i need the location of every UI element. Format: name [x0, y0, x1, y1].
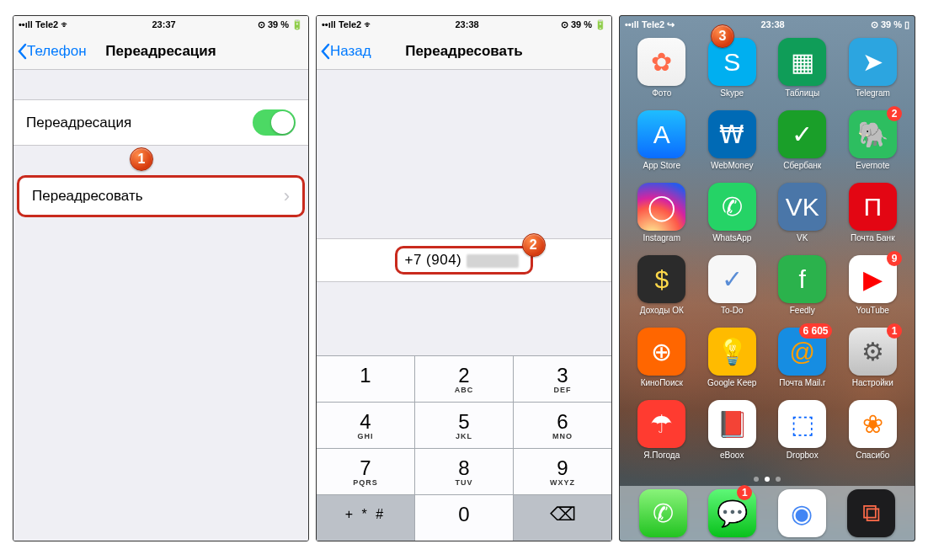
toggle-label: Переадресация [26, 115, 131, 131]
app-label: Спасибо [856, 451, 889, 460]
notification-badge: 2 [887, 106, 902, 121]
app-почта-mail-r[interactable]: @6 605Почта Mail.r [769, 328, 836, 400]
app-label: Настройки [852, 378, 893, 387]
app-icon: ⬚ [778, 400, 826, 448]
app-evernote[interactable]: 🐘2Evernote [840, 110, 907, 183]
alarm-icon: ⊙ [561, 19, 568, 30]
chevron-right-icon: › [284, 187, 290, 205]
app-google-keep[interactable]: 💡Google Keep [699, 328, 766, 400]
phone-number-field[interactable]: +7 (904) 2 [395, 246, 532, 275]
app-icon: П [849, 183, 897, 231]
keypad-key-4[interactable]: 4GHI [317, 403, 415, 448]
app-phone[interactable]: ✆ [639, 489, 687, 537]
carrier: Tele2 [339, 19, 361, 29]
app-настройки[interactable]: ⚙1Настройки [840, 328, 907, 400]
app-label: Skype [720, 88, 744, 98]
alarm-icon: ⊙ [258, 19, 265, 30]
app-сбербанк[interactable]: ✓Сбербанк [769, 110, 836, 183]
app-instagram[interactable]: ◯Instagram [628, 183, 696, 255]
battery-icon: ▯ [904, 19, 909, 30]
keypad-key-0[interactable]: 0 [415, 495, 514, 541]
app-messages[interactable]: 💬1 [708, 489, 756, 537]
phone-input-row[interactable]: +7 (904) 2 [317, 238, 611, 282]
app-icon: ✓ [708, 255, 756, 303]
app-webmoney[interactable]: ₩WebMoney [699, 110, 766, 183]
app-label: App Store [643, 161, 680, 170]
app-label: YouTube [856, 306, 889, 315]
app-label: WebMoney [711, 161, 753, 170]
app-icon: ◯ [637, 183, 685, 231]
app-я-погода[interactable]: ☂Я.Погода [628, 400, 696, 472]
notification-badge: 6 605 [799, 323, 831, 339]
phone-visible-part: +7 (904) [404, 252, 466, 268]
app-feedly[interactable]: fFeedly [769, 255, 836, 328]
app-vk[interactable]: VKVK [769, 183, 836, 255]
app-label: WhatsApp [712, 233, 751, 243]
keypad-key-9[interactable]: 9WXYZ [514, 449, 611, 494]
battery-pct: 39 % [571, 19, 592, 29]
annotation-badge-1: 1 [130, 147, 153, 171]
app-wallet[interactable]: ⧉ [847, 489, 895, 537]
battery-icon: 🔋 [595, 19, 606, 30]
chevron-left-icon [17, 43, 27, 60]
toggle-switch-on[interactable] [253, 109, 296, 136]
alarm-icon: ⊙ [871, 19, 878, 30]
app-grid: ✿ФотоSSkype▦Таблицы➤TelegramAApp Store₩W… [620, 38, 915, 472]
page-dots[interactable] [620, 472, 915, 486]
back-button[interactable]: Телефон [13, 43, 87, 60]
app-icon: VK [778, 183, 826, 231]
app-icon: ☂ [637, 400, 685, 448]
notification-badge: 9 [887, 251, 902, 266]
nav-bar: Назад Переадресовать [317, 33, 611, 70]
app-icon: ✆ [639, 489, 687, 537]
keypad-key-1[interactable]: 1 [317, 356, 415, 402]
app-icon: 💡 [708, 328, 756, 376]
back-button[interactable]: Назад [317, 43, 371, 60]
status-bar: ••ıll Tele2 ᯤ 23:37 ⊙ 39 % 🔋 [13, 16, 308, 33]
app-telegram[interactable]: ➤Telegram [840, 38, 907, 110]
home-content: ✿ФотоSSkype▦Таблицы➤TelegramAApp Store₩W… [620, 16, 915, 541]
battery-pct: 39 % [268, 19, 289, 29]
app-label: VK [797, 233, 808, 243]
app-таблицы[interactable]: ▦Таблицы [769, 38, 836, 110]
keypad-key-8[interactable]: 8TUV [415, 449, 514, 494]
forward-label: Переадресовать [32, 188, 143, 205]
keypad-key-7[interactable]: 7PQRS [317, 449, 415, 494]
app-почта-банк[interactable]: ППочта Банк [840, 183, 907, 255]
keypad-key-2[interactable]: 2ABC [415, 356, 514, 402]
annotation-badge-3: 3 [711, 24, 734, 48]
app-icon: ⊕ [637, 328, 685, 376]
app-icon: f [778, 255, 826, 303]
app-label: Feedly [790, 306, 815, 315]
app-спасибо[interactable]: ❀Спасибо [840, 400, 907, 472]
nav-bar: Телефон Переадресация [13, 33, 308, 70]
app-label: Сбербанк [783, 161, 821, 170]
app-app-store[interactable]: AApp Store [628, 110, 696, 183]
signal-icon: ••ıll [322, 19, 336, 29]
app-skype[interactable]: SSkype [699, 38, 766, 110]
forwarding-toggle-row[interactable]: Переадресация [13, 99, 308, 146]
keypad-key-3[interactable]: 3DEF [514, 356, 611, 402]
app-фото[interactable]: ✿Фото [628, 38, 696, 110]
app-whatsapp[interactable]: ✆WhatsApp [699, 183, 766, 255]
app-icon: ✿ [637, 38, 685, 86]
app-кинопоиск[interactable]: ⊕КиноПоиск [628, 328, 696, 400]
keypad-key-xxxxx[interactable]: + * # [317, 495, 415, 541]
keypad-key-6[interactable]: 6MNO [514, 403, 611, 448]
phone-blurred-part [467, 254, 519, 268]
dock: ✆💬1◉⧉ [620, 486, 915, 541]
app-label: КиноПоиск [641, 378, 683, 387]
keypad-key-x[interactable]: ⌫ [514, 495, 611, 541]
app-label: eBoox [720, 451, 744, 460]
forward-to-row[interactable]: Переадресовать › [17, 175, 305, 217]
app-icon: ✆ [708, 183, 756, 231]
app-label: To-Do [721, 306, 744, 315]
app-dropbox[interactable]: ⬚Dropbox [769, 400, 836, 472]
app-eboox[interactable]: 📕eBoox [699, 400, 766, 472]
app-доходы-ок[interactable]: $Доходы ОК [628, 255, 696, 328]
app-youtube[interactable]: ▶9YouTube [840, 255, 907, 328]
app-chrome[interactable]: ◉ [778, 489, 826, 537]
app-to-do[interactable]: ✓To-Do [699, 255, 766, 328]
keypad-key-5[interactable]: 5JKL [415, 403, 514, 448]
app-icon: $ [637, 255, 685, 303]
